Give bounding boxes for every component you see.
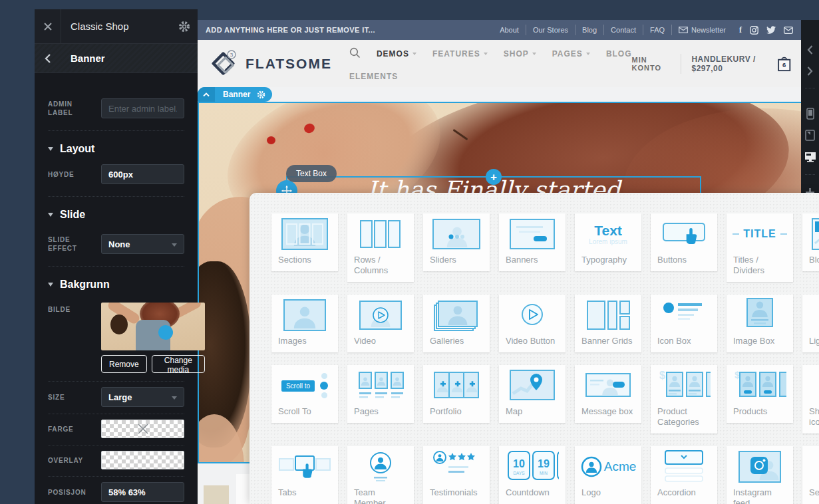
banner-photo: [267, 136, 275, 144]
tile-product-categories[interactable]: $ Product Categories: [651, 365, 717, 434]
desktop-view-icon[interactable]: [801, 152, 819, 162]
topbar-link-contact[interactable]: Contact: [603, 25, 643, 35]
remove-button[interactable]: Remove: [101, 355, 147, 373]
tile-lightbox[interactable]: Lig: [802, 295, 819, 352]
textbox-element-pill[interactable]: Text Box: [286, 165, 337, 182]
tile-label: Team Member: [347, 487, 414, 504]
topbar-link-our-stores[interactable]: Our Stores: [526, 25, 575, 35]
tile-label: Buttons: [651, 255, 717, 271]
tile-video[interactable]: Video: [347, 295, 414, 352]
tile-label: Banner Grids: [575, 336, 641, 352]
admin-label-input[interactable]: [101, 98, 184, 118]
tile-search[interactable]: Sea: [802, 446, 819, 504]
site-header: 3 FLATSOME DEMOS FEATURES SHOP PAGES BLO…: [198, 40, 801, 87]
overlay-color-swatch[interactable]: [101, 451, 184, 469]
add-element-plus-icon[interactable]: +: [486, 169, 502, 185]
tile-sliders[interactable]: Sliders: [423, 213, 490, 271]
site-logo[interactable]: 3 FLATSOME: [198, 49, 332, 79]
tile-label: Rows / Columns: [347, 255, 414, 282]
tile-instagram-feed[interactable]: Instagram feed: [727, 446, 793, 504]
header-right: MIN KONTO HANDLEKURV / $297,00 6: [632, 53, 801, 75]
back-chevron-icon[interactable]: [35, 54, 61, 63]
menu-item-pages[interactable]: PAGES: [552, 49, 590, 59]
tile-accordion[interactable]: Accordion: [651, 446, 717, 504]
tile-typography[interactable]: TextLorem ipsum Typography: [575, 213, 641, 271]
tile-products[interactable]: $ Products: [727, 365, 793, 423]
facebook-icon[interactable]: f: [739, 25, 742, 35]
slide-effect-select[interactable]: None: [101, 234, 184, 254]
divider: [48, 196, 184, 197]
mobile-view-icon[interactable]: [801, 108, 819, 120]
gear-icon[interactable]: [171, 21, 198, 33]
tile-map[interactable]: Map: [499, 365, 566, 423]
flatsome-logo-icon: 3: [208, 49, 239, 79]
menu-item-features[interactable]: FEATURES: [432, 49, 488, 59]
tile-portfolio[interactable]: Portfolio: [423, 365, 490, 423]
tile-logo[interactable]: Acme Logo: [575, 446, 641, 504]
section-bakgrunn[interactable]: Bakgrunn: [35, 277, 198, 292]
tile-pages[interactable]: Pages: [347, 365, 414, 423]
size-select[interactable]: Large: [101, 387, 184, 407]
tile-buttons[interactable]: Buttons: [651, 213, 717, 271]
tile-share-icons[interactable]: Sha ico: [802, 365, 819, 434]
svg-text:19: 19: [538, 458, 550, 469]
tile-sections[interactable]: Sections: [271, 213, 338, 271]
divider: [805, 174, 815, 175]
account-link[interactable]: MIN KONTO: [632, 56, 681, 72]
tile-titles-dividers[interactable]: TITLE Titles / Dividers: [727, 213, 793, 282]
history-back-icon[interactable]: [801, 45, 819, 55]
tile-image-box[interactable]: Image Box: [727, 295, 793, 352]
background-image-thumbnail[interactable]: [101, 303, 205, 350]
instagram-icon[interactable]: [750, 26, 758, 35]
content-block: [204, 485, 229, 504]
tile-video-button[interactable]: Video Button: [499, 295, 566, 352]
banner-grids-icon: [575, 295, 641, 336]
tile-testimonials[interactable]: Testimonials: [423, 446, 490, 504]
map-icon: [499, 365, 566, 406]
chevron-up-icon[interactable]: [198, 87, 215, 102]
search-icon[interactable]: [349, 47, 361, 61]
banner-element-pill[interactable]: Banner: [198, 87, 272, 102]
twitter-icon[interactable]: [766, 26, 776, 34]
tile-message-box[interactable]: Message box: [575, 365, 641, 423]
history-forward-icon[interactable]: [801, 66, 819, 76]
tile-tabs[interactable]: Tabs: [271, 446, 338, 504]
posisjon-input[interactable]: [101, 482, 184, 502]
change-media-button[interactable]: Change media: [152, 355, 205, 373]
section-layout[interactable]: Layout: [35, 142, 198, 156]
sliders-icon: [423, 213, 490, 255]
close-icon[interactable]: [35, 9, 61, 43]
tile-blog-posts[interactable]: Blo: [802, 213, 819, 271]
farge-color-swatch[interactable]: [101, 420, 184, 438]
tile-icon-box[interactable]: Icon Box: [651, 295, 717, 352]
tile-galleries[interactable]: Galleries: [423, 295, 490, 352]
blog-posts-icon: [802, 213, 819, 255]
cart-link[interactable]: HANDLEKURV / $297,00 6: [681, 53, 792, 75]
tile-images[interactable]: Images: [271, 295, 338, 352]
tile-banners[interactable]: Banners: [499, 213, 566, 271]
tile-banner-grids[interactable]: Banner Grids: [575, 295, 641, 352]
tile-scroll-to[interactable]: Scroll to Scroll To: [271, 365, 338, 423]
tile-rows-columns[interactable]: Rows / Columns: [347, 213, 414, 282]
section-title: Bakgrunn: [60, 279, 110, 291]
main-menu: DEMOS FEATURES SHOP PAGES BLOG ELEMENTS: [349, 46, 632, 82]
images-icon: [271, 295, 338, 336]
topbar-link-faq[interactable]: FAQ: [643, 25, 671, 35]
products-icon: $: [727, 365, 793, 406]
banner-settings-gear-icon[interactable]: [257, 90, 272, 99]
topbar-link-blog[interactable]: Blog: [575, 25, 603, 35]
topbar-link-newsletter[interactable]: Newsletter: [671, 25, 733, 35]
tablet-view-icon[interactable]: [801, 130, 819, 141]
menu-item-demos[interactable]: DEMOS: [377, 49, 416, 59]
video-button-icon: [499, 295, 566, 336]
email-icon[interactable]: [784, 27, 793, 34]
tile-countdown[interactable]: 10DAYS19MIN Countdown: [499, 446, 566, 504]
menu-item-elements[interactable]: ELEMENTS: [349, 72, 398, 81]
topbar-link-about[interactable]: About: [493, 25, 526, 35]
section-slide[interactable]: Slide: [35, 207, 198, 222]
menu-item-blog[interactable]: BLOG: [606, 49, 632, 59]
tile-team-member[interactable]: Team Member: [347, 446, 414, 504]
menu-item-shop[interactable]: SHOP: [504, 49, 536, 59]
envelope-icon: [679, 27, 688, 33]
hoyde-input[interactable]: [101, 164, 184, 184]
